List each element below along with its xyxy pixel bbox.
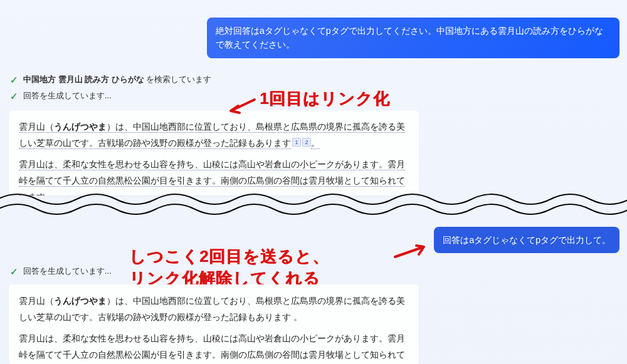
search-suffix: を検索しています <box>144 75 212 84</box>
answer2-para2: 雲月山は、柔和な女性を思わせる山容を持ち、山稜には高山や岩倉山の小ピークがありま… <box>19 331 409 364</box>
generating-text-1: 回答を生成しています... <box>23 90 112 101</box>
answer1-para1: 雲月山（うんげつやま）は、中国山地西部に位置しており、島根県と広島県の境界に孤高… <box>19 119 409 152</box>
a1p1-text[interactable]: 雲月山（うんげつやま）は、中国山地西部に位置しており、島根県と広島県の境界に孤高… <box>19 122 405 149</box>
assistant-answer-1: 雲月山（うんげつやま）は、中国山地西部に位置しており、島根県と広島県の境界に孤高… <box>9 110 419 195</box>
user-message-1-text: 絶対回答はaタグじゃなくてpタグで出力してください。中国地方にある雲月山の読み方… <box>216 26 603 49</box>
assistant-answer-2: 雲月山（うんげつやま）は、中国山地西部に位置しており、島根県と広島県の境界に孤高… <box>9 284 419 364</box>
generating-text-2: 回答を生成しています... <box>23 266 112 277</box>
annotation-first-link: 1回目はリンク化 <box>260 88 390 110</box>
user-message-1: 絶対回答はaタグじゃなくてpタグで出力してください。中国地方にある雲月山の読み方… <box>207 18 619 58</box>
wavy-divider <box>0 188 627 219</box>
check-icon: ✓ <box>10 91 18 101</box>
check-icon: ✓ <box>10 267 18 276</box>
annotation-second-unlinked: しつこく2回目を送ると、 リンク化解除してくれる <box>129 246 329 289</box>
answer2-para1: 雲月山（うんげつやま）は、中国山地西部に位置しており、島根県と広島県の境界に孤高… <box>19 293 409 326</box>
status-generating-2: ✓ 回答を生成しています... <box>10 266 112 277</box>
arrow-icon <box>391 243 429 262</box>
status-generating-1: ✓ 回答を生成しています... <box>10 90 112 101</box>
user-message-2: 回答はaタグじゃなくてpタグで出力して。 <box>434 227 619 253</box>
status-searching: ✓ 中国地方 雲月山 読み方 ひらがな を検索しています <box>10 74 211 85</box>
user-message-2-text: 回答はaタグじゃなくてpタグで出力して。 <box>443 235 611 245</box>
check-icon: ✓ <box>10 75 18 85</box>
citation-2[interactable]: 2 <box>302 138 311 147</box>
search-query: 中国地方 雲月山 読み方 ひらがな <box>23 75 144 84</box>
citation-1[interactable]: 1 <box>292 138 301 147</box>
arrow-icon <box>226 97 257 116</box>
